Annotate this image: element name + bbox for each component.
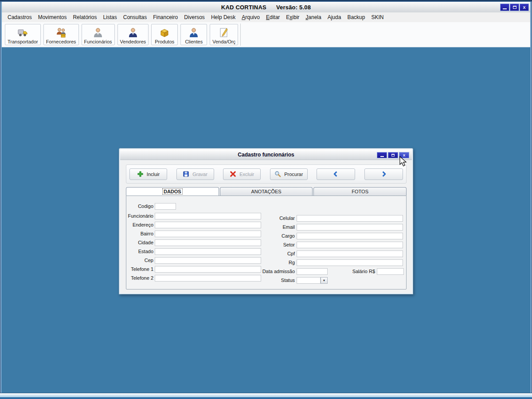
email-label: Email bbox=[261, 224, 295, 231]
maximize-button[interactable] bbox=[510, 4, 519, 11]
toolbar-funcionarios-label: Funcionários bbox=[84, 39, 112, 44]
bairro-label: Bairro bbox=[119, 231, 153, 237]
minimize-icon bbox=[503, 8, 507, 9]
dialog-titlebar: Cadastro funcionários bbox=[120, 149, 412, 160]
codigo-input[interactable] bbox=[155, 203, 176, 210]
statusbar bbox=[0, 393, 532, 397]
salario-input[interactable] bbox=[377, 268, 404, 275]
menu-backup[interactable]: Backup bbox=[344, 13, 368, 21]
tab-anotacoes[interactable]: ANOTAÇÕES bbox=[220, 187, 313, 196]
estado-label: Estado bbox=[119, 248, 153, 255]
menu-financeiro[interactable]: Financeiro bbox=[150, 13, 181, 21]
salario-label: Salário R$ bbox=[341, 268, 375, 275]
menu-exibir[interactable]: Exibir bbox=[283, 13, 302, 21]
previous-record-button[interactable] bbox=[317, 168, 355, 180]
dialog-maximize-button[interactable] bbox=[388, 152, 398, 158]
data-admissao-input[interactable] bbox=[297, 268, 328, 275]
menu-janela[interactable]: Janela bbox=[302, 13, 324, 21]
cpf-label: Cpf bbox=[261, 250, 295, 257]
menu-diversos[interactable]: Diversos bbox=[181, 13, 208, 21]
tab-fotos[interactable]: FOTOS bbox=[313, 187, 407, 196]
toolbar-clientes-label: Clientes bbox=[185, 39, 203, 44]
menu-relatorios[interactable]: Relatórios bbox=[70, 13, 100, 21]
next-record-button[interactable] bbox=[364, 168, 403, 180]
chevron-left-icon bbox=[332, 171, 339, 177]
toolbar-transportador-label: Transportador bbox=[8, 39, 38, 44]
menu-movimentos[interactable]: Movimentos bbox=[35, 13, 70, 21]
toolbar-funcionarios-button[interactable]: Funcionários bbox=[82, 24, 115, 45]
seller-icon bbox=[127, 27, 139, 39]
status-dropdown-button[interactable]: ▼ bbox=[321, 277, 328, 284]
rg-input[interactable] bbox=[297, 259, 403, 266]
menu-arquivo[interactable]: Arquivo bbox=[239, 13, 263, 21]
toolbar-fornecedores-button[interactable]: Fornecedores bbox=[43, 24, 79, 45]
estado-input[interactable] bbox=[155, 248, 261, 255]
status-combobox[interactable] bbox=[297, 277, 321, 284]
telefone2-label: Telefone 2 bbox=[119, 275, 153, 282]
cpf-input[interactable] bbox=[297, 250, 403, 257]
save-icon bbox=[183, 171, 189, 177]
menu-consultas[interactable]: Consultas bbox=[120, 13, 150, 21]
search-icon bbox=[274, 171, 281, 177]
endereco-label: Endereço bbox=[119, 222, 153, 228]
suppliers-icon bbox=[55, 27, 67, 39]
cidade-label: Cidade bbox=[119, 239, 153, 246]
toolbar-vendedores-button[interactable]: Vendedores bbox=[117, 24, 149, 45]
bairro-input[interactable] bbox=[155, 231, 261, 237]
dialog-minimize-icon bbox=[380, 156, 384, 157]
dialog-tabs: DADOS ANOTAÇÕES FOTOS bbox=[126, 187, 407, 196]
menu-editar[interactable]: Editar bbox=[263, 13, 283, 21]
email-input[interactable] bbox=[297, 224, 403, 231]
cidade-input[interactable] bbox=[155, 239, 261, 246]
telefone2-input[interactable] bbox=[155, 275, 261, 282]
app-titlebar: KAD CORTINAS Versão: 5.08 X bbox=[2, 2, 530, 12]
menu-listas[interactable]: Listas bbox=[100, 13, 120, 21]
setor-input[interactable] bbox=[297, 242, 403, 248]
toolbar-clientes-button[interactable]: Clientes bbox=[180, 24, 207, 45]
toolbar-venda-orc-button[interactable]: Venda/Orç bbox=[210, 24, 238, 45]
funcionario-label: Funcionário bbox=[119, 213, 153, 219]
dialog-minimize-button[interactable] bbox=[377, 152, 387, 158]
toolbar-venda-orc-label: Venda/Orç bbox=[212, 39, 235, 44]
menu-cadastros[interactable]: Cadastros bbox=[4, 13, 35, 21]
toolbar-produtos-button[interactable]: Produtos bbox=[151, 24, 178, 45]
setor-label: Setor bbox=[261, 242, 295, 248]
employee-icon bbox=[92, 27, 104, 39]
codigo-label: Codigo bbox=[119, 203, 153, 210]
menu-skin[interactable]: SKIN bbox=[368, 13, 387, 21]
close-button[interactable]: X bbox=[520, 4, 529, 11]
maximize-icon bbox=[513, 6, 516, 9]
toolbar-produtos-label: Produtos bbox=[155, 39, 174, 44]
window-controls: X bbox=[500, 4, 529, 11]
procurar-button[interactable]: Procurar bbox=[270, 168, 308, 180]
plus-icon bbox=[137, 171, 144, 177]
dialog-maximize-icon bbox=[391, 154, 395, 156]
funcionario-input[interactable] bbox=[155, 213, 261, 219]
menubar: Cadastros Movimentos Relatórios Listas C… bbox=[2, 12, 530, 22]
cep-input[interactable] bbox=[155, 257, 261, 264]
statusbar-bottom-edge bbox=[0, 397, 532, 399]
menu-ajuda[interactable]: Ajuda bbox=[325, 13, 344, 21]
cep-label: Cep bbox=[119, 257, 153, 264]
excluir-button: Excluir bbox=[223, 168, 261, 180]
data-admissao-label: Data admissão bbox=[261, 268, 295, 275]
delete-x-icon bbox=[230, 171, 236, 177]
incluir-button[interactable]: Incluir bbox=[129, 168, 167, 180]
minimize-button[interactable] bbox=[500, 4, 509, 11]
toolbar-vendedores-label: Vendedores bbox=[120, 39, 146, 44]
rg-label: Rg bbox=[261, 259, 295, 266]
pencil-paper-icon bbox=[218, 27, 230, 39]
menu-help-desk[interactable]: Help Desk bbox=[208, 13, 239, 21]
telefone1-input[interactable] bbox=[155, 266, 261, 273]
toolbar-fornecedores-label: Fornecedores bbox=[46, 39, 76, 44]
endereco-input[interactable] bbox=[155, 222, 261, 228]
toolbar-separator bbox=[240, 23, 241, 46]
toolbar-transportador-button[interactable]: Transportador bbox=[5, 24, 41, 45]
telefone1-label: Telefone 1 bbox=[119, 266, 153, 273]
app-title: KAD CORTINAS bbox=[221, 4, 266, 11]
cargo-input[interactable] bbox=[297, 233, 403, 239]
dropdown-arrow-icon: ▼ bbox=[323, 279, 326, 282]
tab-dados[interactable]: DADOS bbox=[126, 187, 219, 196]
incluir-label: Incluir bbox=[147, 172, 160, 177]
celular-input[interactable] bbox=[297, 215, 403, 222]
